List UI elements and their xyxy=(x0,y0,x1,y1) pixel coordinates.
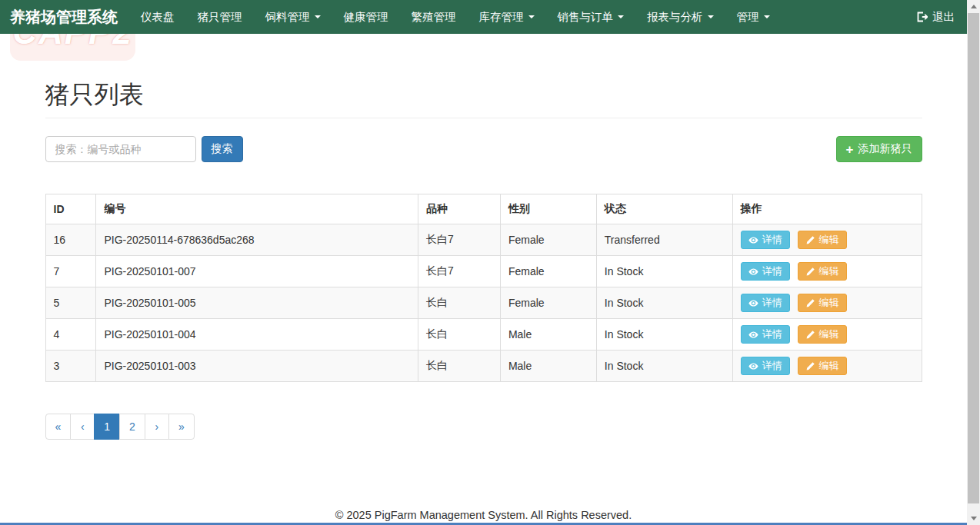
eye-icon xyxy=(748,298,758,308)
cell-id: 7 xyxy=(45,256,96,287)
plus-icon: + xyxy=(846,143,854,156)
nav-item-feed-management[interactable]: 饲料管理 xyxy=(254,0,332,34)
edit-button[interactable]: 编辑 xyxy=(798,262,847,281)
scrollbar-down-arrow[interactable] xyxy=(967,512,980,525)
edit-button[interactable]: 编辑 xyxy=(798,231,847,249)
pagination-prev[interactable]: ‹ xyxy=(70,414,95,440)
edit-button[interactable]: 编辑 xyxy=(798,357,847,375)
chevron-down-icon xyxy=(618,15,624,18)
scrollbar-up-arrow[interactable] xyxy=(967,0,980,13)
triangle-up-icon xyxy=(971,5,977,8)
logout-label: 退出 xyxy=(932,10,955,25)
eye-icon xyxy=(748,267,758,277)
cell-status: Transferred xyxy=(596,224,732,256)
nav-item-pig-management[interactable]: 猪只管理 xyxy=(186,0,254,34)
cell-status: In Stock xyxy=(596,256,732,287)
table-row: 16 PIG-20250114-678636d5ac268 长白7 Female… xyxy=(45,224,922,256)
sign-out-icon xyxy=(915,11,928,23)
cell-id: 4 xyxy=(45,319,96,351)
cell-status: In Stock xyxy=(596,287,732,319)
header-gender: 性别 xyxy=(500,194,596,224)
cell-code: PIG-20250101-003 xyxy=(96,351,418,382)
cell-actions: 详情 编辑 xyxy=(732,287,922,319)
cell-breed: 长白 xyxy=(418,287,501,319)
cell-id: 16 xyxy=(45,224,96,256)
header-status: 状态 xyxy=(596,194,732,224)
edit-button[interactable]: 编辑 xyxy=(798,325,847,344)
nav-item-inventory-management[interactable]: 库存管理 xyxy=(468,0,546,34)
edit-button[interactable]: 编辑 xyxy=(798,294,847,312)
logout-button[interactable]: 退出 xyxy=(915,10,955,25)
copyright-text: © 2025 PigFarm Management System. All Ri… xyxy=(45,509,922,521)
header-code: 编号 xyxy=(96,194,418,224)
table-row: 4 PIG-20250101-004 长白 Male In Stock 详情 编… xyxy=(45,319,922,351)
nav-right: 退出 xyxy=(915,0,967,34)
table-header: ID 编号 品种 性别 状态 操作 xyxy=(45,194,922,224)
pagination-page-1[interactable]: 1 xyxy=(94,414,120,440)
cell-actions: 详情 编辑 xyxy=(732,319,922,351)
scrollbar-thumb[interactable] xyxy=(968,13,979,503)
nav-item-health-management[interactable]: 健康管理 xyxy=(332,0,400,34)
cell-gender: Female xyxy=(500,256,596,287)
add-pig-button[interactable]: + 添加新猪只 xyxy=(836,136,922,162)
nav-item-reports-analysis[interactable]: 报表与分析 xyxy=(635,0,725,34)
pagination-last[interactable]: » xyxy=(168,414,195,440)
header-breed: 品种 xyxy=(418,194,501,224)
pencil-icon xyxy=(805,361,815,371)
search-input[interactable] xyxy=(45,136,196,162)
chevron-down-icon xyxy=(708,15,714,18)
pagination-page-2[interactable]: 2 xyxy=(119,414,145,440)
cell-actions: 详情 编辑 xyxy=(732,256,922,287)
nav-item-sales-orders[interactable]: 销售与订单 xyxy=(546,0,636,34)
nav-item-dashboard[interactable]: 仪表盘 xyxy=(129,0,186,34)
cell-breed: 长白 xyxy=(418,319,501,351)
cell-code: PIG-20250101-007 xyxy=(96,256,418,287)
table-row: 7 PIG-20250101-007 长白7 Female In Stock 详… xyxy=(45,256,922,287)
pagination-next[interactable]: › xyxy=(145,414,169,440)
search-button[interactable]: 搜索 xyxy=(202,136,243,162)
cell-id: 3 xyxy=(45,351,96,382)
page-title: 猪只列表 xyxy=(45,81,922,108)
detail-button[interactable]: 详情 xyxy=(741,357,790,375)
eye-icon xyxy=(748,361,758,371)
pencil-icon xyxy=(805,235,815,245)
header-actions: 操作 xyxy=(732,194,922,224)
main-container: 猪只列表 搜索 + 添加新猪只 ID 编号 品种 性别 状态 操作 xyxy=(45,81,922,525)
table-row: 3 PIG-20250101-003 长白 Male In Stock 详情 编… xyxy=(45,351,922,382)
toolbar: 搜索 + 添加新猪只 xyxy=(45,136,922,162)
cell-gender: Female xyxy=(500,224,596,256)
pig-table: ID 编号 品种 性别 状态 操作 16 PIG-20250114-678636… xyxy=(45,194,922,382)
chevron-down-icon xyxy=(315,15,321,18)
page-viewport: CAPP2 养猪场管理系统 仪表盘 猪只管理 饲料管理 健康管理 繁殖管理 库存… xyxy=(0,0,967,525)
detail-button[interactable]: 详情 xyxy=(741,262,790,281)
pencil-icon xyxy=(805,330,815,340)
detail-button[interactable]: 详情 xyxy=(741,294,790,312)
cell-id: 5 xyxy=(45,287,96,319)
nav-item-breeding-management[interactable]: 繁殖管理 xyxy=(400,0,468,34)
pagination-first[interactable]: « xyxy=(45,414,72,440)
detail-button[interactable]: 详情 xyxy=(741,231,790,249)
triangle-down-icon xyxy=(971,517,977,520)
header-id: ID xyxy=(45,194,96,224)
vertical-scrollbar[interactable] xyxy=(967,0,980,525)
cell-actions: 详情 编辑 xyxy=(732,224,922,256)
eye-icon xyxy=(748,235,758,245)
pencil-icon xyxy=(805,267,815,277)
cell-gender: Male xyxy=(500,351,596,382)
cell-status: In Stock xyxy=(596,319,732,351)
cell-gender: Male xyxy=(500,319,596,351)
pencil-icon xyxy=(805,298,815,308)
pagination: « ‹ 1 2 › » xyxy=(45,414,195,440)
cell-code: PIG-20250101-005 xyxy=(96,287,418,319)
nav-item-admin[interactable]: 管理 xyxy=(725,0,782,34)
nav-menu: 仪表盘 猪只管理 饲料管理 健康管理 繁殖管理 库存管理 销售与订单 报表与分析… xyxy=(129,0,915,34)
cell-code: PIG-20250101-004 xyxy=(96,319,418,351)
chevron-down-icon xyxy=(528,15,535,18)
cell-code: PIG-20250114-678636d5ac268 xyxy=(96,224,418,256)
app-brand[interactable]: 养猪场管理系统 xyxy=(0,0,129,34)
add-pig-label: 添加新猪只 xyxy=(858,142,912,156)
cell-breed: 长白 xyxy=(418,351,501,382)
cell-breed: 长白7 xyxy=(418,224,501,256)
eye-icon xyxy=(748,330,758,340)
detail-button[interactable]: 详情 xyxy=(741,325,790,344)
